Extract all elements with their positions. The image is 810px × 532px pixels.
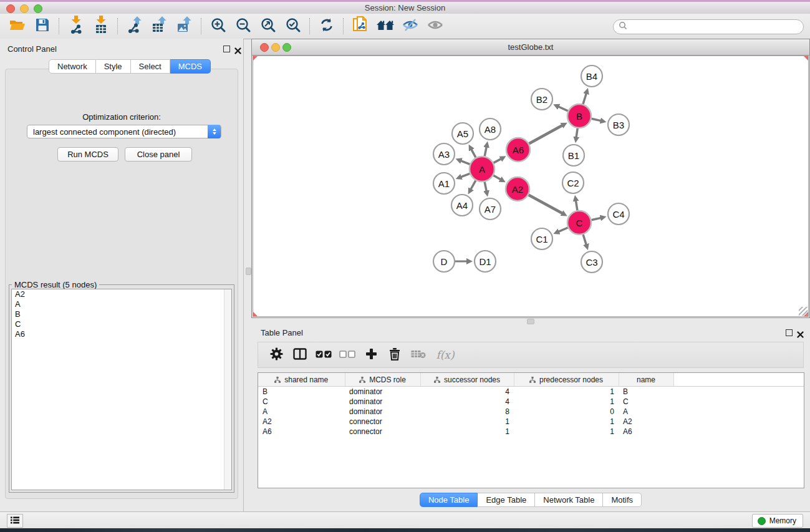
graph-edge-A6-B[interactable] <box>529 125 563 144</box>
graph-edge-A-A4[interactable] <box>471 180 476 190</box>
task-history-button[interactable] <box>7 514 23 528</box>
table-close-panel-icon[interactable] <box>797 329 804 336</box>
graph-edge-A-A5[interactable] <box>471 149 476 158</box>
horizontal-splitter-grip[interactable] <box>527 319 534 324</box>
app-titlebar[interactable]: Session: New Session <box>0 2 810 14</box>
window-resize-grip[interactable] <box>799 307 808 316</box>
mcds-result-item[interactable]: C <box>12 319 231 329</box>
mcds-result-list[interactable]: A2ABCA6 <box>11 289 232 490</box>
table-cell[interactable]: B <box>619 387 673 397</box>
table-row[interactable]: Bdominator41B <box>258 387 804 397</box>
table-cell[interactable]: connector <box>345 417 420 427</box>
table-cell[interactable]: 4 <box>420 387 514 397</box>
table-cell[interactable]: A <box>619 407 673 417</box>
table-cell[interactable]: C <box>258 397 345 407</box>
table-float-panel-icon[interactable] <box>786 329 793 336</box>
table-cell[interactable]: 1 <box>514 427 619 437</box>
graph-edge-B-B4[interactable] <box>583 93 587 104</box>
clone-network-button[interactable] <box>348 16 373 37</box>
tab-edge-table[interactable]: Edge Table <box>478 493 535 507</box>
tab-node-table[interactable]: Node Table <box>420 493 478 507</box>
open-session-button[interactable] <box>5 16 30 37</box>
refresh-layout-button[interactable] <box>314 16 339 37</box>
column-header-shared-name[interactable]: shared name <box>258 373 345 387</box>
mcds-result-item[interactable]: A <box>12 299 231 309</box>
hide-selected-button[interactable] <box>398 16 423 37</box>
table-row[interactable]: Adominator80A <box>258 407 804 417</box>
table-cell[interactable]: A2 <box>619 417 673 427</box>
memory-button[interactable]: Memory <box>752 514 803 528</box>
table-cell[interactable]: dominator <box>345 407 420 417</box>
first-neighbors-button[interactable] <box>373 16 398 37</box>
delete-column-button[interactable] <box>383 345 407 365</box>
table-cell[interactable]: 8 <box>420 407 514 417</box>
import-table-button[interactable] <box>89 16 113 37</box>
graph-edge-A2-C[interactable] <box>529 195 563 214</box>
export-image-button[interactable] <box>172 16 197 37</box>
table-settings-button[interactable] <box>264 345 288 365</box>
table-row[interactable]: A2connector11A2 <box>258 417 804 427</box>
graph-edge-C-C3[interactable] <box>583 235 586 245</box>
show-all-button[interactable] <box>423 16 448 37</box>
tab-network-table[interactable]: Network Table <box>535 493 603 507</box>
graph-edge-A-A7[interactable] <box>485 182 486 192</box>
network-canvas[interactable]: B4B2BB3B1A5A8A6A3AA1A2A4A7C2CC4C1C3DD1 <box>253 56 809 317</box>
column-header-successor-nodes[interactable]: successor nodes <box>420 373 514 387</box>
graph-edge-B-B2[interactable] <box>558 107 568 111</box>
table-cell[interactable]: 1 <box>420 427 514 437</box>
close-panel-icon[interactable] <box>234 46 241 52</box>
tab-motifs[interactable]: Motifs <box>603 493 642 507</box>
table-cell[interactable]: 1 <box>514 387 619 397</box>
table-cell[interactable]: A6 <box>619 427 673 437</box>
column-header-mcds-role[interactable]: MCDS role <box>345 373 420 387</box>
float-panel-icon[interactable] <box>223 46 230 52</box>
zoom-selected-button[interactable] <box>281 16 306 37</box>
vertical-splitter-grip[interactable] <box>246 268 251 275</box>
table-cell[interactable]: 1 <box>514 417 619 427</box>
tab-mcds[interactable]: MCDS <box>170 59 211 74</box>
column-header-predecessor-nodes[interactable]: predecessor nodes <box>514 373 619 387</box>
zoom-fit-button[interactable] <box>256 16 281 37</box>
function-builder-button[interactable]: f(x) <box>430 345 460 365</box>
delete-table-button[interactable] <box>407 345 430 365</box>
table-cell[interactable]: A6 <box>258 427 345 437</box>
run-mcds-button[interactable]: Run MCDS <box>57 147 118 162</box>
graph-edge-A-A6[interactable] <box>494 158 502 163</box>
graph-edge-A-A1[interactable] <box>460 173 470 177</box>
graph-edge-A-A2[interactable] <box>493 175 501 180</box>
graph-edge-C-C1[interactable] <box>558 228 568 232</box>
table-row[interactable]: A6connector11A6 <box>258 427 804 437</box>
create-column-button[interactable] <box>359 345 383 365</box>
graph-edge-B-B3[interactable] <box>592 118 602 121</box>
graph-edge-B-B1[interactable] <box>576 128 577 138</box>
search-box[interactable] <box>613 19 804 34</box>
mcds-result-item[interactable]: A2 <box>12 289 231 299</box>
search-input[interactable] <box>630 22 803 32</box>
save-session-button[interactable] <box>30 16 55 37</box>
export-network-button[interactable] <box>122 16 147 37</box>
zoom-out-button[interactable] <box>231 16 256 37</box>
table-cell[interactable]: 1 <box>420 417 514 427</box>
tab-network[interactable]: Network <box>49 59 96 74</box>
graph-edge-C-C4[interactable] <box>592 218 602 220</box>
tab-style[interactable]: Style <box>96 59 131 74</box>
unselect-all-columns-button[interactable] <box>335 345 359 365</box>
table-cell[interactable]: 1 <box>514 397 619 407</box>
table-cell[interactable]: A <box>258 407 345 417</box>
export-table-button[interactable] <box>147 16 172 37</box>
mcds-result-item[interactable]: A6 <box>12 329 231 339</box>
select-all-columns-button[interactable] <box>312 345 335 365</box>
close-panel-button[interactable]: Close panel <box>125 147 192 162</box>
graph-edge-A-A8[interactable] <box>485 146 486 156</box>
mcds-result-item[interactable]: B <box>12 309 231 319</box>
table-cell[interactable]: 4 <box>420 397 514 407</box>
graph-edge-A-A3[interactable] <box>460 160 470 164</box>
tab-select[interactable]: Select <box>131 59 170 74</box>
zoom-in-button[interactable] <box>206 16 231 37</box>
table-cell[interactable]: A2 <box>258 417 345 427</box>
table-cell[interactable]: 0 <box>514 407 619 417</box>
table-cell[interactable]: C <box>619 397 673 407</box>
table-cell[interactable]: B <box>258 387 345 397</box>
node-table-container[interactable]: shared name MCDS role successor nodes pr… <box>258 372 804 488</box>
criterion-select[interactable]: largest connected component (directed) <box>27 125 221 138</box>
